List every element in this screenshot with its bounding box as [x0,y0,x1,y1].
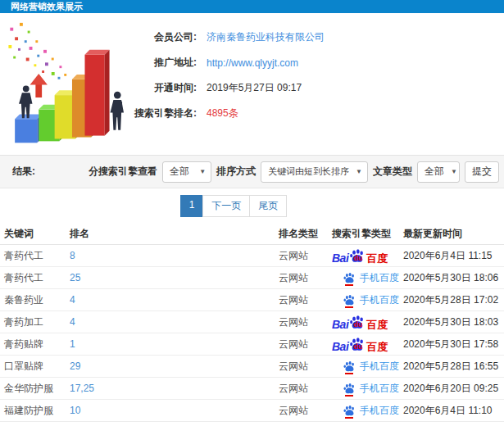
mobile-baidu-paw-icon [343,272,356,284]
filter-controls: 分搜索引擎查看 全部 ▼ 排序方式 关键词由短到长排序 ▼ 文章类型 全部 ▼ … [89,161,499,183]
rank-type-cell: 云网站 [279,382,332,396]
keyword-cell: 膏药代工 [0,249,70,263]
confetti-dots [8,23,66,79]
engine-type-cell: 手机百度 [332,404,399,418]
baidu-pc-logo: Bai du 百度 [332,337,388,352]
header-rank: 排名 [70,227,279,241]
keyword-cell: 膏药贴牌 [0,338,70,351]
header-rank-type: 排名类型 [279,227,332,241]
rank-type-cell: 云网站 [279,293,332,307]
table-row: 手机百度 [0,422,504,426]
open-time-value: 2019年5月27日 09:17 [207,81,302,95]
rank-count-value: 4895条 [207,106,238,120]
table-row: 口罩贴牌 29 云网站 手机百度 2020年5月28日 16:55 [0,356,504,378]
rank-cell: 4 [70,316,279,328]
keyword-cell: 金华防护服 [0,382,70,396]
rank-count-label: 搜索引擎排名: [123,106,197,120]
pagination-section: 1 下一页 尾页 [0,188,504,224]
table-row: 膏药贴牌 1 云网站 Bai du 百度 2020年5月30日 17:58 [0,333,504,356]
pagination: 1 下一页 尾页 [180,195,288,217]
header-keyword: 关键词 [0,227,70,241]
up-arrow-icon [30,74,48,97]
rank-type-cell: 云网站 [279,360,332,374]
update-time-cell: 2020年5月28日 17:02 [399,293,504,307]
open-time-label: 开通时间: [123,81,197,95]
promo-url-link[interactable]: http://www.qlyyjt.com [207,57,298,69]
update-time-cell: 2020年6月20日 09:25 [399,382,504,396]
info-row-open-time: 开通时间: 2019年5月27日 09:17 [123,75,325,101]
company-link[interactable]: 济南秦鲁药业科技有限公司 [207,30,325,44]
engine-view-select[interactable]: 全部 ▼ [162,161,211,183]
rank-type-cell: 云网站 [279,271,332,285]
header-engine-type: 搜索引擎类型 [332,227,399,241]
engine-type-cell: Bai du 百度 [332,248,399,264]
rank-type-cell: 云网站 [279,404,332,418]
engine-type-cell: Bai du 百度 [332,337,399,352]
mobile-baidu-badge: 手机百度 [343,360,399,374]
page-title: 网络营销效果展示 [11,2,83,11]
table-row: 秦鲁药业 4 云网站 手机百度 2020年5月28日 17:02 [0,289,504,311]
mobile-baidu-paw-icon [343,360,356,373]
rank-cell: 1 [70,338,279,350]
rank-link[interactable]: 1 [70,338,75,350]
sort-select[interactable]: 关键词由短到长排序 ▼ [261,161,368,183]
table-row: 膏药加工 4 云网站 Bai du 百度 2020年5月30日 18:03 [0,311,504,333]
info-row-url: 推广地址: http://www.qlyyjt.com [123,50,325,75]
baidu-pc-logo: Bai du 百度 [332,315,388,330]
mobile-baidu-badge: 手机百度 [343,293,399,307]
header-update-time: 最新更新时间 [399,227,504,241]
mobile-baidu-paw-icon [343,294,356,306]
rank-link[interactable]: 8 [70,250,75,261]
chevron-down-icon: ▼ [356,168,362,175]
update-time-cell: 2020年5月30日 18:03 [399,315,504,329]
rank-link[interactable]: 29 [70,360,80,372]
table-row: 膏药代工 8 云网站 Bai du 百度 2020年6月4日 11:15 [0,245,504,267]
submit-button[interactable]: 提交 [465,161,499,183]
info-row-company: 会员公司: 济南秦鲁药业科技有限公司 [123,25,325,50]
rank-link[interactable]: 4 [70,294,75,306]
rank-cell: 8 [70,250,279,261]
table-row: 福建防护服 10 云网站 手机百度 2020年6月4日 11:10 [0,400,504,422]
filter-bar: 结果: 分搜索引擎查看 全部 ▼ 排序方式 关键词由短到长排序 ▼ 文章类型 全… [0,155,504,188]
engine-view-label: 分搜索引擎查看 [89,165,157,179]
rank-link[interactable]: 4 [70,316,75,328]
keyword-cell: 福建防护服 [0,404,70,418]
mobile-baidu-badge: 手机百度 [343,404,399,418]
article-type-select[interactable]: 全部 ▼ [417,161,460,183]
next-page-button[interactable]: 下一页 [202,195,250,217]
rank-link[interactable]: 10 [70,405,80,416]
company-label: 会员公司: [123,30,197,44]
keyword-cell: 口罩贴牌 [0,360,70,374]
page-1-button[interactable]: 1 [180,195,204,217]
article-type-label: 文章类型 [373,165,412,179]
member-info-section: 会员公司: 济南秦鲁药业科技有限公司 推广地址: http://www.qlyy… [0,13,504,155]
rank-type-cell: 云网站 [279,249,332,263]
rank-cell: 29 [70,360,279,372]
chevron-down-icon: ▼ [451,168,457,175]
keyword-cell: 膏药代工 [0,271,70,285]
result-label: 结果: [12,165,35,179]
rank-cell: 17,25 [70,383,279,394]
businessman-right [111,92,124,130]
table-row: 膏药代工 25 云网站 手机百度 2020年5月30日 18:06 [0,267,504,289]
engine-type-cell: Bai du 百度 [332,315,399,330]
update-time-cell: 2020年5月30日 17:58 [399,338,504,351]
mobile-baidu-paw-icon [343,383,356,395]
chevron-down-icon: ▼ [199,168,206,175]
table-row: 金华防护服 17,25 云网站 手机百度 2020年6月20日 09:25 [0,378,504,400]
rank-link[interactable]: 17,25 [70,383,94,394]
mobile-baidu-badge: 手机百度 [343,382,399,396]
keyword-cell: 秦鲁药业 [0,293,70,307]
rank-cell: 10 [70,405,279,416]
info-row-rank-count: 搜索引擎排名: 4895条 [123,101,325,126]
table-body: 膏药代工 8 云网站 Bai du 百度 2020年6月4日 11:15 膏药代… [0,245,504,426]
rank-link[interactable]: 25 [70,272,80,283]
engine-type-cell: 手机百度 [332,360,399,374]
member-info-fields: 会员公司: 济南秦鲁药业科技有限公司 推广地址: http://www.qlyy… [123,25,325,126]
promo-url-label: 推广地址: [123,56,197,70]
rank-type-cell: 云网站 [279,315,332,329]
update-time-cell: 2020年6月4日 11:15 [399,249,504,263]
last-page-button[interactable]: 尾页 [249,195,287,217]
rank-cell: 4 [70,294,279,306]
baidu-pc-logo: Bai du 百度 [332,248,388,264]
